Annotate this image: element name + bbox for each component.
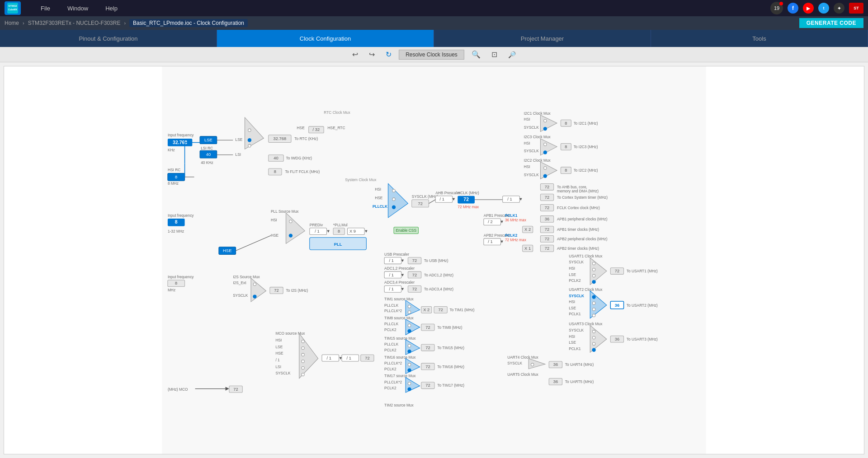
usart3-lse-label: LSE	[569, 340, 576, 345]
to-usb-label: To USB (MHz)	[424, 258, 448, 263]
breadcrumb-home[interactable]: Home	[5, 20, 19, 26]
uart5-out-val: 36	[553, 379, 558, 384]
i2c3-sysclk-label: SYSCLK	[524, 149, 539, 153]
usb-prescaler-label: USB Prescaler	[384, 252, 409, 257]
refresh-button[interactable]: ↻	[382, 48, 395, 61]
usart2-mux-dot-2	[593, 302, 595, 304]
mco-mux-dot-5	[302, 366, 304, 369]
hclk-div-dropdown: ▼	[519, 196, 523, 201]
tim16-mux-dot-1	[408, 363, 410, 366]
tim15-out-val: 72	[425, 345, 430, 350]
to-i2c3-label: To I2C3 (MHz)	[574, 145, 598, 149]
fit-button[interactable]: ⊡	[488, 48, 501, 61]
to-i2c2-label: To I2C2 (MHz)	[574, 168, 598, 173]
tim17-pllclk-label: PLLCLK*2	[384, 380, 402, 384]
apb1-dropdown: ▼	[500, 219, 504, 224]
clock-diagram[interactable]: Input frequency 32.768 KHz LSE LSI RC 40…	[4, 66, 864, 454]
zoom-in-button[interactable]: 🔍	[468, 48, 484, 61]
i2c3-hsi-label: HSI	[524, 141, 530, 145]
usart1-sysclk-label: SYSCLK	[569, 260, 584, 264]
input-freq-label-1: Input frequency	[168, 133, 194, 137]
apb1-timer-label: APB1 timer clocks (MHz)	[557, 227, 599, 232]
i2c1-out-val: 8	[565, 121, 567, 126]
adc34-prescaler-val: / 1	[389, 286, 394, 291]
ahb-prescaler-label: AHB Prescaler	[435, 191, 460, 195]
apb2-x1-val: X 1	[524, 246, 531, 251]
rtc-output-val: 32.768	[274, 136, 287, 141]
to-rtc-label: To RTC (KHz)	[294, 136, 318, 141]
usart2-out-val: 36	[615, 303, 619, 308]
tim17-pclk2-label: PCLK2	[384, 386, 396, 390]
prediv-val: / 1	[315, 229, 319, 234]
to-usart3-label: To USART3 (MHz)	[627, 337, 658, 341]
menu-file[interactable]: File	[39, 1, 52, 15]
st-logo[interactable]: ST	[849, 3, 863, 14]
pll-label: PLL	[334, 242, 342, 247]
hclk-label: HCLK (MHz)	[458, 191, 479, 195]
twitter-icon[interactable]: t	[818, 3, 829, 14]
usart3-pclk1-label: PCLK1	[569, 346, 581, 351]
tim2-source-mux-label: TIM2 source Mux	[384, 403, 414, 407]
iwdg-output-val: 40	[274, 155, 278, 160]
pclk1-label: PCLK1	[505, 213, 518, 218]
usart1-mux-dot-3	[593, 274, 595, 277]
tim15-pclk2-label: PCLK2	[384, 348, 396, 352]
mco-mux-dot-1	[302, 340, 304, 343]
menu-window[interactable]: Window	[66, 1, 90, 15]
to-uart5-label: To UART5 (MHz)	[565, 379, 594, 384]
tab-pinout[interactable]: Pinout & Configuration	[0, 30, 217, 47]
svg-text:STM32: STM32	[8, 5, 17, 7]
usart1-mux-dot-4	[592, 280, 595, 284]
pll-in-val: 8	[338, 229, 340, 234]
undo-button[interactable]: ↩	[349, 48, 362, 61]
generate-code-button[interactable]: GENERATE CODE	[799, 18, 863, 28]
prediv-label: PREDiv	[310, 223, 323, 227]
hsi-rc-val: 8	[175, 174, 177, 179]
usart3-mux-dot-2	[593, 336, 595, 339]
tab-clock[interactable]: Clock Configuration	[217, 30, 434, 47]
hsi-mhz-label: 8 MHz	[168, 181, 179, 186]
mco-lse-label: LSE	[275, 345, 283, 349]
usart3-clock-mux-label: USART3 Clock Mux	[569, 322, 603, 326]
i2s-ext-label: I2S_Ext	[233, 280, 246, 285]
mco-output-label: (MHz) MCO	[168, 387, 188, 392]
notification-badge[interactable]: 19	[770, 2, 783, 14]
ahb-out-val: 72	[545, 184, 549, 189]
input-freq-label-3: Input frequency	[168, 275, 194, 279]
tim1-mux-dot-1	[408, 305, 410, 308]
breadcrumb-project[interactable]: STM32F303RETx - NUCLEO-F303RE	[28, 20, 121, 26]
resolve-clock-issues-button[interactable]: Resolve Clock Issues	[399, 50, 464, 60]
to-tim17-label: To TIM17 (MHz)	[437, 383, 464, 388]
tim1-out-val: 72	[438, 307, 443, 312]
usart2-lse-label: LSE	[569, 306, 576, 310]
fclk-label: FCLK Cortex clock (MHz)	[557, 206, 600, 210]
tab-project[interactable]: Project Manager	[434, 30, 651, 47]
menu-help[interactable]: Help	[104, 1, 119, 15]
facebook-icon[interactable]: f	[788, 3, 798, 14]
tim16-out-val: 72	[425, 364, 430, 369]
adc12-out-val: 72	[412, 272, 417, 277]
tab-tools[interactable]: Tools	[651, 30, 868, 47]
to-i2s-label: To I2S (MHz)	[286, 288, 308, 293]
i2s-source-mux-label: I2S Source Mux	[233, 275, 260, 279]
youtube-icon[interactable]: ▶	[803, 3, 814, 14]
i2c2-clock-mux-label: I2C2 Clock Mux	[524, 158, 551, 163]
redo-button[interactable]: ↪	[365, 48, 378, 61]
sysclk-label: SYSCLK (MHz)	[412, 194, 438, 199]
usart3-sysclk-label: SYSCLK	[569, 328, 584, 332]
uart5-clock-mux-label: UART5 Clock Mux	[507, 372, 538, 377]
clock-diagram-svg: Input frequency 32.768 KHz LSE LSI RC 40…	[4, 66, 864, 454]
usart2-mux-dot-4	[593, 314, 595, 317]
to-adc34-label: To ADC3,4 (MHz)	[424, 287, 453, 291]
breadcrumb-file[interactable]: Basic_RTC_LPmode.ioc - Clock Configurati…	[129, 19, 248, 27]
input-freq-val-3: 8	[175, 280, 177, 285]
network-icon[interactable]: ✦	[834, 3, 844, 14]
to-i2c1-label: To I2C1 (MHz)	[574, 121, 598, 126]
pll-source-mux-label: PLL Source Mux	[271, 209, 299, 214]
zoom-out-button[interactable]: 🔎	[505, 49, 519, 60]
lsi-mux-label: LSI	[236, 152, 241, 157]
tim17-out-val: 72	[425, 383, 430, 388]
to-flit-label: To FLIT FCLK (MHz)	[285, 169, 320, 174]
breadcrumb: Home › STM32F303RETx - NUCLEO-F303RE › B…	[0, 16, 868, 30]
tim8-mux-dot-1	[408, 324, 410, 327]
